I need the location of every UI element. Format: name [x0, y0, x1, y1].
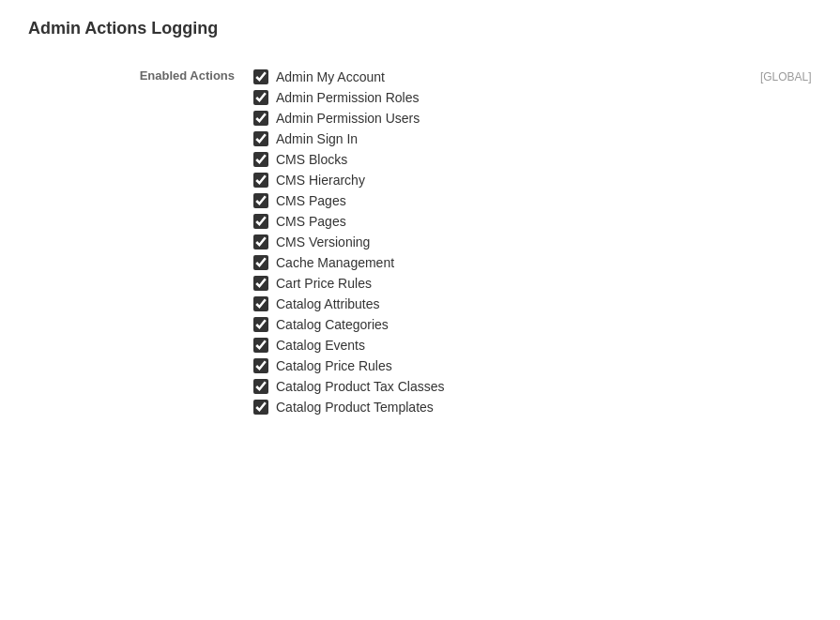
checkbox-catalog-categories[interactable] [253, 317, 268, 332]
checkbox-label-cms-pages-1: CMS Pages [276, 193, 346, 208]
checkbox-catalog-events[interactable] [253, 338, 268, 353]
checkbox-cart-price-rules[interactable] [253, 276, 268, 291]
checkbox-label-catalog-price-rules: Catalog Price Rules [276, 358, 392, 373]
checkbox-catalog-product-templates[interactable] [253, 400, 268, 415]
checkbox-label-admin-sign-in: Admin Sign In [276, 131, 358, 146]
checkbox-cache-management[interactable] [253, 255, 268, 270]
checkbox-admin-sign-in[interactable] [253, 131, 268, 146]
list-item: CMS Blocks [253, 149, 812, 170]
list-item: CMS Versioning [253, 232, 812, 252]
list-item: CMS Pages [253, 211, 812, 232]
list-item: CMS Hierarchy [253, 170, 812, 190]
checkbox-cms-hierarchy[interactable] [253, 173, 268, 188]
checkbox-label-cart-price-rules: Cart Price Rules [276, 276, 372, 291]
list-item: Catalog Product Tax Classes [253, 376, 812, 397]
checkbox-label-admin-permission-roles: Admin Permission Roles [276, 90, 420, 105]
list-item: Catalog Attributes [253, 294, 812, 314]
list-item: CMS Pages [253, 190, 812, 211]
list-item: Catalog Events [253, 335, 812, 355]
global-badge: [GLOBAL] [385, 70, 812, 83]
checkbox-cms-versioning[interactable] [253, 234, 268, 250]
checkbox-list: Admin My Account[GLOBAL]Admin Permission… [253, 67, 812, 417]
checkbox-label-admin-my-account: Admin My Account [276, 69, 385, 84]
checkbox-label-cache-management: Cache Management [276, 255, 394, 270]
list-item: Cache Management [253, 252, 812, 273]
list-item: Catalog Price Rules [253, 355, 812, 376]
checkbox-cms-pages-2[interactable] [253, 214, 268, 229]
checkbox-label-cms-versioning: CMS Versioning [276, 234, 370, 250]
checkbox-catalog-price-rules[interactable] [253, 358, 268, 373]
field-label: Enabled Actions [84, 67, 253, 83]
checkbox-admin-my-account[interactable] [253, 69, 268, 84]
checkbox-label-cms-hierarchy: CMS Hierarchy [276, 173, 365, 188]
list-item: Catalog Categories [253, 314, 812, 335]
checkbox-label-catalog-categories: Catalog Categories [276, 317, 389, 332]
list-item: Admin Sign In [253, 129, 812, 149]
list-item: Admin Permission Users [253, 108, 812, 129]
checkbox-cms-blocks[interactable] [253, 152, 268, 167]
checkbox-label-cms-blocks: CMS Blocks [276, 152, 347, 167]
checkbox-label-admin-permission-users: Admin Permission Users [276, 111, 420, 126]
checkbox-cms-pages-1[interactable] [253, 193, 268, 208]
checkbox-catalog-product-tax-classes[interactable] [253, 379, 268, 394]
checkbox-label-cms-pages-2: CMS Pages [276, 214, 346, 229]
checkbox-admin-permission-users[interactable] [253, 111, 268, 126]
list-item: Admin My Account[GLOBAL] [253, 67, 812, 87]
enabled-actions-row: Enabled Actions Admin My Account[GLOBAL]… [28, 67, 812, 417]
checkbox-catalog-attributes[interactable] [253, 296, 268, 311]
list-item: Catalog Product Templates [253, 397, 812, 417]
list-item: Cart Price Rules [253, 273, 812, 294]
checkbox-label-catalog-product-tax-classes: Catalog Product Tax Classes [276, 379, 445, 394]
checkbox-label-catalog-product-templates: Catalog Product Templates [276, 400, 434, 415]
checkbox-label-catalog-events: Catalog Events [276, 338, 365, 353]
list-item: Admin Permission Roles [253, 87, 812, 108]
checkbox-admin-permission-roles[interactable] [253, 90, 268, 105]
page-title: Admin Actions Logging [28, 19, 812, 38]
checkbox-label-catalog-attributes: Catalog Attributes [276, 296, 380, 311]
